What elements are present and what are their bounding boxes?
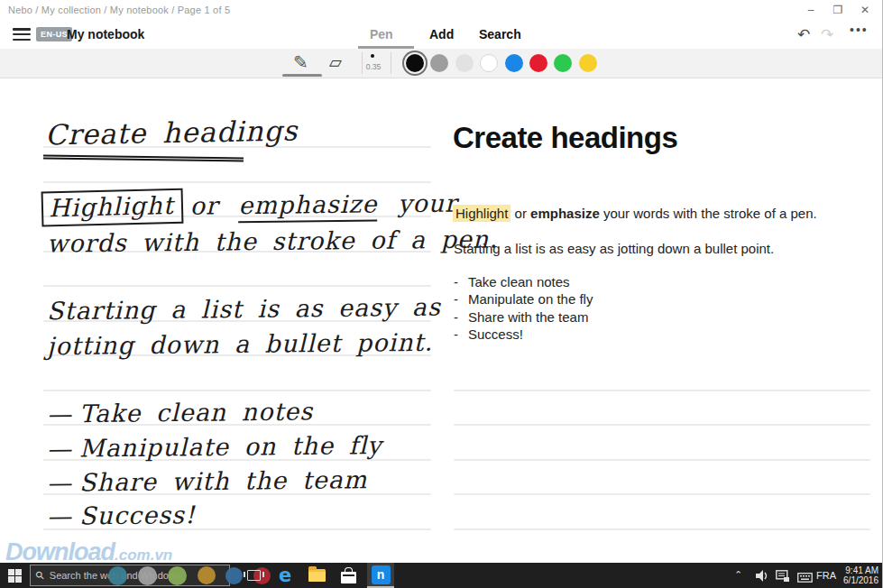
handwritten-boxed-word: Highlight [41,188,184,227]
nebo-app-button[interactable]: n [367,563,394,588]
pen-tool-icon[interactable]: ✎ [293,51,308,73]
handwritten-dash: — [47,468,79,496]
breadcrumb: Nebo / My collection / My notebook / Pag… [8,5,230,15]
list-text: Take clean notes [468,273,570,290]
language-indicator[interactable]: FRA [816,570,836,581]
handwritten-heading: Create headings [45,115,299,152]
list-item: -Success! [454,326,593,343]
handwritten-word: your [398,189,457,218]
store-bag-icon [341,572,356,583]
date: 6/1/2016 [835,575,878,585]
task-view-icon [247,570,261,581]
stroke-width-dot-icon[interactable] [371,54,374,58]
handwritten-list-item: —Take clean notes [47,397,313,427]
undo-icon[interactable]: ↶ [797,25,810,44]
dash: - [454,290,468,308]
text: or [510,206,530,221]
minimize-button[interactable]: – [804,3,818,17]
dash: - [454,326,468,343]
color-swatch-yellow[interactable] [579,54,597,72]
dash: - [454,308,468,326]
hamburger-menu-icon[interactable] [13,28,31,41]
edge-browser-button[interactable]: e [271,563,299,588]
list-item: -Share with the team [454,308,593,326]
handwritten-line: Starting a list is as easy as [47,293,441,326]
close-button[interactable]: ✕ [858,3,872,17]
handwritten-double-underline [43,154,244,161]
watermark-main: Download [5,538,115,565]
restore-button[interactable]: ❐ [831,3,845,17]
search-icon: ⚲ [32,568,47,583]
ruled-line [43,285,431,287]
eraser-tool-icon[interactable]: ▱ [329,52,342,72]
toolbar-divider [362,52,363,74]
converted-paragraph: Starting a list is as easy as jotting do… [454,241,774,256]
start-button[interactable] [8,569,22,583]
pen-toolbar: ✎ ▱ 0.35 [0,49,883,78]
handwritten-list-text: Take clean notes [79,397,313,427]
tray-overflow-chevron-icon[interactable]: ⌃ [734,569,742,581]
more-options-icon[interactable]: ••• [850,23,869,37]
action-center-icon[interactable] [776,569,790,585]
bold-word: emphasize [530,206,600,221]
ruled-line [454,528,870,530]
handwritten-dash: — [47,435,79,463]
tab-add[interactable]: Add [429,27,454,41]
ruled-line [454,493,870,495]
color-swatch-white[interactable] [480,54,498,72]
redo-icon[interactable]: ↷ [821,25,833,44]
watermark-dot [198,566,216,584]
color-swatch-gray[interactable] [430,54,448,72]
stroke-width-value[interactable]: 0.35 [363,62,383,71]
handwritten-list-item: —Success! [47,501,196,530]
taskbar: ⚲ Search the web and Windows e n ⌃ FRA 9… [0,563,883,588]
task-view-button[interactable] [240,563,267,588]
store-button[interactable] [335,563,362,588]
tab-search[interactable]: Search [479,27,521,41]
handwritten-list-item: —Manipulate on the fly [47,431,382,463]
handwritten-list-text: Success! [79,501,196,529]
handwritten-list-text: Manipulate on the fly [79,431,382,463]
nebo-window: Nebo / My collection / My notebook / Pag… [0,0,883,588]
color-swatch-blue[interactable] [505,54,523,72]
converted-list: -Take clean notes -Manipulate on the fly… [454,273,593,343]
converted-paragraph: Highlight or emphasize your words with t… [453,206,817,221]
tab-pen[interactable]: Pen [370,27,393,41]
color-swatch-black[interactable] [406,54,424,72]
handwritten-dash: — [47,400,79,427]
touch-keyboard-icon[interactable] [797,570,813,586]
dash: - [454,273,468,290]
clock[interactable]: 9:41 AM 6/1/2016 [835,565,878,585]
watermark-dot [138,566,157,585]
watermark-suffix: .com.vn [115,547,172,564]
handwritten-underlined-word: emphasize [238,190,377,224]
handwritten-line: words with the stroke of a pen. [47,225,498,257]
time: 9:41 AM [835,565,878,575]
color-swatch-green[interactable] [554,54,572,72]
highlighted-word: Highlight [453,205,510,222]
list-text: Share with the team [468,308,588,326]
note-page[interactable]: Create headings Highlightor emphasize yo… [0,78,883,563]
notebook-title: My notebook [67,27,144,41]
titlebar: Nebo / My collection / My notebook / Pag… [0,0,883,20]
handwritten-line: Highlightor emphasize your [41,187,457,226]
handwritten-list-item: —Share with the team [47,465,368,497]
list-text: Manipulate on the fly [468,290,593,308]
volume-icon[interactable] [756,569,769,585]
file-explorer-button[interactable] [303,563,330,588]
list-text: Success! [468,326,523,343]
watermark-dot [168,566,187,585]
text: your words with the stroke of a pen. [600,206,817,221]
color-swatch-light-gray[interactable] [455,54,474,72]
list-item: -Take clean notes [454,273,593,290]
pen-tool-selected-indicator [282,74,322,77]
handwritten-word: or [189,191,217,219]
folder-icon [308,569,326,582]
color-swatch-red[interactable] [529,54,547,72]
converted-heading: Create headings [453,121,677,155]
ruled-line [454,459,870,461]
list-item: -Manipulate on the fly [454,290,593,308]
menu-row: EN-US My notebook Pen Add Search ↶ ↷ ••• [0,20,883,49]
watermark-dot [108,566,127,585]
handwritten-list-text: Share with the team [79,465,368,496]
